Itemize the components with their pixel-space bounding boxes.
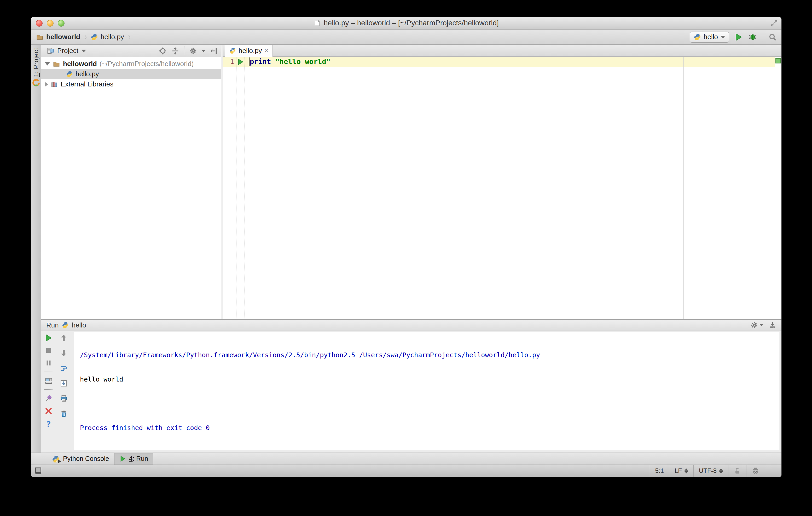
editor-area: hello.py × 1 print "hello world" [223,44,781,320]
locate-file-icon[interactable] [159,47,167,55]
title-bar[interactable]: hello.py – helloworld – [~/PycharmProjec… [31,17,781,30]
tree-node-name: helloworld [63,60,97,68]
project-stripe-button[interactable]: 1: Project [31,48,41,87]
project-view-label: Project [57,47,78,55]
collapse-all-icon[interactable] [171,47,179,55]
error-stripe[interactable] [775,57,781,320]
down-stacktrace-button[interactable] [60,349,68,357]
editor-tab-bar: hello.py × [223,44,781,57]
run-console-output[interactable]: /System/Library/Frameworks/Python.framew… [74,332,779,450]
fullscreen-icon[interactable] [771,20,778,27]
tree-node-name: hello.py [76,70,99,78]
rerun-button[interactable] [45,334,53,342]
run-settings-group[interactable] [751,322,763,329]
run-tool-window-button[interactable]: 4: Run [114,453,154,464]
run-panel: Run hello ? [41,320,781,453]
tree-row-project-root[interactable]: helloworld (~/PycharmProjects/helloworld… [41,59,221,69]
stop-button[interactable] [45,346,53,354]
code-line-1[interactable]: print "hello world" [250,57,330,65]
run-toolbar: hello [690,32,777,42]
zoom-window-button[interactable] [58,20,64,27]
pin-tab-button[interactable] [45,395,53,402]
window-title-group: hello.py – helloworld – [~/PycharmProjec… [314,19,499,27]
project-view-icon [47,47,54,55]
toolbar-separator [44,389,53,390]
python-console-label: Python Console [63,455,109,462]
close-window-button[interactable] [36,20,42,27]
encoding-widget[interactable]: UTF-8 [693,465,728,477]
toggle-tool-windows-icon[interactable] [34,467,42,475]
python-file-icon [91,33,98,41]
console-line: /System/Library/Frameworks/Python.framew… [80,351,773,359]
text-caret [249,57,250,66]
run-configuration-select[interactable]: hello [690,32,729,42]
gear-icon[interactable] [189,47,197,55]
gutter-separator [244,57,245,320]
project-panel: Project helloworld (~/PycharmProjects/he… [41,44,221,320]
window-title: hello.py – helloworld – [~/PycharmProjec… [324,19,499,27]
up-stacktrace-button[interactable] [60,334,68,342]
close-panel-button[interactable] [45,407,53,415]
soft-wrap-button[interactable] [60,364,68,372]
gear-icon[interactable] [751,322,758,329]
chevron-down-icon [721,36,725,38]
unlock-icon [734,467,741,475]
run-configuration-name: hello [703,33,718,41]
read-only-toggle[interactable] [728,465,746,477]
search-everywhere-icon[interactable] [768,33,777,41]
run-left-toolbar: ? [41,334,56,429]
python-console-button[interactable]: Python Console [47,453,114,464]
tree-row-hello-py[interactable]: hello.py [41,69,221,79]
print-button[interactable] [60,395,68,402]
minimize-window-button[interactable] [47,20,54,27]
pause-output-button[interactable] [45,359,53,367]
project-stripe-label: 1: Project [32,48,40,77]
run-panel-body: ? /System/Library/Frameworks/Python.fram… [41,331,781,453]
tree-row-external-libraries[interactable]: External Libraries [41,79,221,89]
code-space [271,57,275,65]
updown-arrows-icon [719,468,723,474]
python-file-icon [66,71,73,78]
console-line: Process finished with exit code 0 [80,424,773,432]
navigation-bar: helloworld hello.py hello [31,30,781,44]
chevron-down-icon [202,50,205,52]
encoding-value: UTF-8 [699,467,717,475]
run-panel-header[interactable]: Run hello [41,320,781,331]
tool-window-stripe: 1: Project [31,44,41,453]
help-icon[interactable]: ? [46,420,51,429]
window-controls [36,20,64,27]
toolbar-separator [44,372,53,372]
hide-panel-icon[interactable] [210,47,218,55]
editor-tab-hello-py[interactable]: hello.py × [225,44,273,57]
tree-node-name: External Libraries [61,80,113,88]
dock-panel-icon[interactable] [769,322,776,329]
run-button[interactable] [734,33,743,41]
close-tab-icon[interactable]: × [265,48,268,54]
breadcrumb: helloworld hello.py [36,33,132,41]
console-line: hello world [80,375,773,383]
restore-layout-button[interactable] [45,377,53,385]
chevron-down-icon [759,324,763,326]
line-separator-value: LF [674,467,682,475]
gutter-run-icon[interactable] [237,58,244,65]
line-separator-widget[interactable]: LF [669,465,693,477]
line-number: 1 [223,58,234,65]
project-view-select[interactable]: Project [44,46,89,56]
run-panel-tab-label[interactable]: hello [72,321,86,329]
clear-all-button[interactable] [60,410,68,418]
status-bar: 5:1 LF UTF-8 [31,464,781,477]
editor-body[interactable]: 1 print "hello world" [223,57,781,320]
code-keyword: print [250,57,271,65]
expanded-arrow-icon[interactable] [45,62,50,65]
caret-position-widget[interactable]: 5:1 [650,465,669,477]
scroll-to-end-button[interactable] [60,380,68,387]
debug-button[interactable] [748,33,757,41]
inspection-profile-widget[interactable] [746,465,765,477]
inspection-status-ok-indicator[interactable] [776,58,781,63]
breadcrumb-file[interactable]: hello.py [100,33,124,41]
libraries-icon [51,81,58,88]
toolbar-separator [184,47,184,55]
toolbar-separator [763,33,763,41]
breadcrumb-project[interactable]: helloworld [46,33,80,41]
collapsed-arrow-icon[interactable] [45,82,48,87]
